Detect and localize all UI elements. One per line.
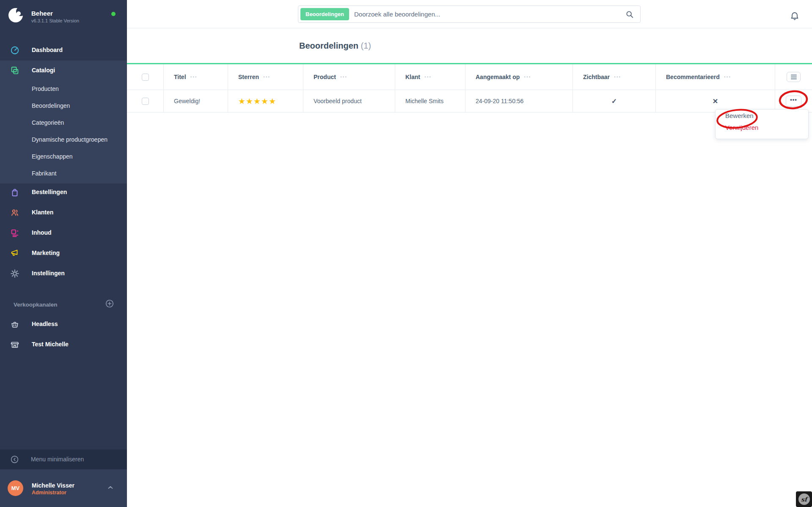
topbar: Beoordelingen: [127, 0, 812, 28]
sidebar-item-label: Catalogi: [32, 67, 55, 74]
app-title: Beheer: [31, 10, 53, 17]
column-menu-icon[interactable]: ···: [614, 75, 621, 79]
column-menu-icon[interactable]: ···: [263, 75, 270, 79]
search-input[interactable]: [354, 11, 625, 18]
smart-bar: Beoordelingen (1): [127, 28, 812, 63]
symfony-profiler-badge[interactable]: sf: [796, 491, 812, 507]
sidebar: Beheer v6.3.1.1 Stable Version Dashboard…: [0, 0, 127, 507]
sidebar-item-eigenschappen[interactable]: Eigenschappen: [0, 148, 127, 165]
column-header-product[interactable]: Product ···: [303, 64, 395, 90]
orders-bag-icon: [10, 188, 19, 197]
app-version: v6.3.1.1 Stable Version: [31, 18, 79, 23]
sidebar-item-test-michelle[interactable]: Test Michelle: [0, 334, 127, 355]
reviews-data-grid: Titel ··· Sterren ··· Product ··· Klant …: [127, 63, 812, 112]
sidebar-item-catalogi[interactable]: Catalogi: [0, 60, 127, 81]
sidebar-item-marketing[interactable]: Marketing: [0, 243, 127, 263]
sidebar-item-label: Dashboard: [32, 47, 63, 53]
column-header-becommentarieerd[interactable]: Becommentarieerd ···: [656, 64, 775, 90]
context-menu-item-bewerken[interactable]: Bewerken: [716, 110, 808, 121]
sidebar-item-klanten[interactable]: Klanten: [0, 203, 127, 223]
column-header-titel[interactable]: Titel ···: [164, 64, 228, 90]
sidebar-item-headless[interactable]: Headless: [0, 314, 127, 334]
chevron-up-icon: [107, 484, 114, 491]
sidebar-item-instellingen[interactable]: Instellingen: [0, 263, 127, 284]
column-header-aangemaakt-op[interactable]: Aangemaakt op ···: [465, 64, 573, 90]
column-menu-icon[interactable]: ···: [424, 75, 432, 79]
catalog-icon: [10, 66, 19, 75]
sales-channels-header: Verkoopkanalen: [0, 298, 127, 313]
table-row[interactable]: Geweldig! ★★★★★ Voorbeeld product Michel…: [127, 90, 812, 112]
avatar: MV: [8, 480, 23, 496]
menu-minimize-button[interactable]: Menu minimaliseren: [0, 449, 127, 469]
status-dot: [111, 12, 116, 16]
add-sales-channel-button[interactable]: [105, 299, 114, 308]
search-icon[interactable]: [625, 10, 634, 19]
sidebar-item-producten[interactable]: Producten: [0, 81, 127, 98]
collapse-circle-icon: [10, 455, 19, 464]
column-menu-icon[interactable]: ···: [724, 75, 731, 79]
row-context-menu-button[interactable]: •••: [786, 96, 801, 107]
shopware-logo-icon: [8, 7, 25, 24]
cell-klant: Michelle Smits: [395, 90, 465, 112]
cell-titel: Geweldig!: [164, 90, 228, 112]
dashboard-icon: [10, 46, 19, 55]
gear-icon: [10, 269, 19, 278]
main-content: Beoordelingen Beoordelingen (1): [127, 0, 812, 507]
cell-product: Voorbeeld product: [303, 90, 395, 112]
row-context-menu: Bewerken Verwijderen: [715, 109, 809, 139]
cell-sterren: ★★★★★: [228, 90, 303, 112]
notifications-bell-icon[interactable]: [790, 11, 800, 21]
select-all-checkbox[interactable]: [142, 74, 149, 81]
sidebar-item-categorieen[interactable]: Categorieën: [0, 115, 127, 132]
star-rating: ★★★★★: [238, 96, 276, 106]
brand-header: Beheer v6.3.1.1 Stable Version: [0, 0, 127, 34]
column-header-klant[interactable]: Klant ···: [395, 64, 465, 90]
sidebar-item-inhoud[interactable]: Inhoud: [0, 223, 127, 243]
storefront-icon: [10, 340, 19, 349]
column-menu-icon[interactable]: ···: [524, 75, 531, 79]
user-menu[interactable]: MV Michelle Visser Administrator: [0, 469, 127, 507]
symfony-logo-icon: sf: [798, 493, 810, 505]
row-checkbox[interactable]: [142, 98, 149, 105]
user-role: Administrator: [32, 490, 66, 496]
row-select-cell: [127, 90, 164, 112]
sidebar-item-dashboard[interactable]: Dashboard: [0, 40, 127, 60]
select-all-cell: [127, 64, 164, 90]
user-name: Michelle Visser: [32, 482, 74, 489]
column-menu-icon[interactable]: ···: [190, 75, 198, 79]
customers-icon: [10, 208, 19, 217]
sidebar-item-beoordelingen[interactable]: Beoordelingen: [0, 98, 127, 115]
x-mark-icon: ✕: [713, 97, 718, 105]
cell-zichtbaar: ✓: [573, 90, 656, 112]
content-icon: [10, 228, 19, 238]
sidebar-item-dynamische-productgroepen[interactable]: Dynamische productgroepen: [0, 132, 127, 148]
sidebar-item-fabrikant[interactable]: Fabrikant: [0, 165, 127, 182]
result-count: (1): [361, 41, 371, 50]
grid-settings-cell: [775, 64, 812, 90]
column-header-zichtbaar[interactable]: Zichtbaar ···: [573, 64, 656, 90]
column-menu-icon[interactable]: ···: [340, 75, 347, 79]
context-menu-item-verwijderen[interactable]: Verwijderen: [716, 121, 808, 133]
shopware-admin-window: Beheer v6.3.1.1 Stable Version Dashboard…: [0, 0, 812, 507]
checkmark-icon: ✓: [611, 97, 617, 105]
grid-header-row: Titel ··· Sterren ··· Product ··· Klant …: [127, 64, 812, 90]
search-bar[interactable]: Beoordelingen: [298, 5, 641, 23]
grid-settings-button[interactable]: [787, 72, 801, 82]
search-entity-tag[interactable]: Beoordelingen: [300, 8, 349, 20]
page-title: Beoordelingen (1): [299, 41, 371, 51]
sidebar-item-bestellingen[interactable]: Bestellingen: [0, 182, 127, 203]
megaphone-icon: [10, 249, 19, 258]
basket-icon: [10, 320, 19, 329]
column-header-sterren[interactable]: Sterren ···: [228, 64, 303, 90]
cell-aangemaakt-op: 24-09-20 11:50:56: [465, 90, 573, 112]
